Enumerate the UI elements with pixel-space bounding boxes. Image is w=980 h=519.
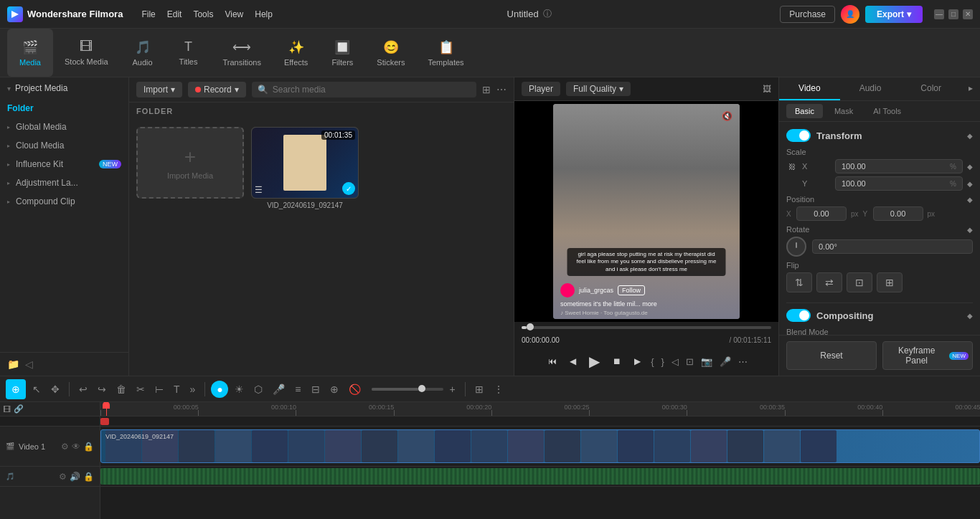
subtab-mask[interactable]: Mask (826, 104, 862, 118)
preview-follow-label[interactable]: Follow (618, 285, 645, 295)
undo-btn[interactable]: ↩ (75, 381, 91, 397)
rotate-dial[interactable] (786, 237, 806, 257)
search-input[interactable] (273, 85, 471, 95)
export-button[interactable]: Export ▾ (865, 6, 923, 23)
flip-h-button[interactable]: ⇅ (786, 272, 812, 292)
add-track-btn[interactable]: + (446, 381, 459, 397)
title-info-icon[interactable]: ⓘ (543, 8, 552, 20)
maximize-button[interactable]: □ (948, 9, 958, 19)
toolbar-item-media[interactable]: 🎬Media (7, 29, 53, 77)
minimize-button[interactable]: — (934, 9, 944, 19)
zoom-thumb[interactable] (418, 385, 425, 392)
compositing-keyframe[interactable]: ◆ (967, 312, 973, 320)
position-keyframe[interactable]: ◆ (967, 196, 973, 204)
toolbar-item-stickers[interactable]: 😊Stickers (365, 29, 416, 77)
video-clip[interactable]: VID_20240619_092147 (100, 429, 980, 463)
next-marker-button[interactable]: ⊡ (686, 356, 694, 367)
out-point-button[interactable]: } (661, 356, 664, 367)
video-track-settings[interactable]: ⚙ (61, 442, 69, 452)
snap-toggle[interactable]: ⊕ (6, 379, 26, 399)
collapse-icon[interactable]: ◁ (25, 358, 33, 370)
audio-track-lock[interactable]: 🔒 (83, 472, 94, 482)
in-point-button[interactable]: { (651, 356, 654, 367)
rotate-keyframe[interactable]: ◆ (967, 226, 973, 234)
timeline-scroll-area[interactable]: 00:00:0000:00:0500:00:1000:00:1500:00:20… (100, 402, 980, 519)
audio-clip[interactable] (100, 468, 980, 485)
frame-back-button[interactable]: ◀ (567, 353, 579, 369)
zoom-slider[interactable] (372, 388, 443, 391)
mic-btn[interactable]: 🎤 (269, 381, 288, 397)
compositing-toggle[interactable] (786, 309, 811, 322)
record-button[interactable]: Record ▾ (188, 82, 246, 97)
voiceover-button[interactable]: 🎤 (720, 356, 731, 367)
preview-progress-bar[interactable] (522, 326, 771, 329)
frame-fwd-button[interactable]: ▶ (631, 353, 644, 369)
toolbar-item-audio[interactable]: 🎵Audio (120, 29, 166, 77)
sun-btn[interactable]: ☀ (231, 381, 248, 397)
import-media-thumb[interactable]: + Import Media (136, 127, 244, 199)
ripple-tool[interactable]: ✥ (47, 381, 63, 397)
play-button[interactable]: ▶ (586, 350, 603, 373)
split-track-btn[interactable]: ⊟ (308, 381, 324, 397)
flip-rotate-cw-button[interactable]: ⊡ (847, 272, 872, 292)
grid-btn[interactable]: ⊞ (471, 381, 487, 397)
group-btn[interactable]: ≡ (291, 381, 304, 397)
flip-v-button[interactable]: ⇄ (816, 272, 842, 292)
video-track-add-icon[interactable]: 🎬 (6, 442, 14, 450)
scale-x-value-box[interactable]: 100.00 % (835, 159, 963, 173)
menu-item-edit[interactable]: Edit (161, 6, 188, 22)
audio-track-mute[interactable]: 🔊 (70, 472, 80, 482)
subtab-aitools[interactable]: AI Tools (864, 104, 910, 118)
toolbar-item-effects[interactable]: ✨Effects (273, 29, 319, 77)
preview-progress-thumb[interactable] (527, 323, 534, 330)
tab-color[interactable]: Color (900, 77, 961, 100)
video-track-mute[interactable]: 👁 (72, 442, 80, 452)
transform-keyframe-icon[interactable]: ◆ (967, 132, 973, 140)
menu-item-view[interactable]: View (219, 6, 249, 22)
toolbar-item-templates[interactable]: 📋Templates (416, 29, 475, 77)
scale-x-keyframe[interactable]: ◆ (967, 163, 973, 171)
prev-marker-button[interactable]: ◁ (672, 356, 679, 367)
text-btn[interactable]: T (170, 381, 184, 397)
panel-item-compound-clip[interactable]: ▸Compound Clip (0, 192, 128, 211)
filter-icon[interactable]: ⊞ (482, 84, 491, 95)
minus-btn[interactable]: 🚫 (345, 381, 364, 397)
player-button[interactable]: Player (522, 82, 560, 96)
more-ctrl-button[interactable]: ⋯ (738, 356, 748, 367)
panel-item-global-media[interactable]: ▸Global Media (0, 118, 128, 136)
toolbar-item-stock[interactable]: 🎞Stock Media (53, 29, 120, 77)
search-bar[interactable]: 🔍 (252, 82, 476, 97)
subtab-basic[interactable]: Basic (786, 104, 823, 118)
video-track-lock[interactable]: 🔒 (83, 442, 94, 452)
tab-audio[interactable]: Audio (840, 77, 901, 100)
keyframe-panel-button[interactable]: Keyframe Panel NEW (882, 341, 973, 370)
menu-item-tools[interactable]: Tools (187, 6, 219, 22)
toolbar-item-filters[interactable]: 🔲Filters (319, 29, 365, 77)
close-button[interactable]: ✕ (963, 9, 973, 19)
play-head-btn[interactable]: ● (211, 381, 228, 398)
panel-item-adjustment-la...[interactable]: ▸Adjustment La... (0, 173, 128, 192)
unmute-icon[interactable]: 🔇 (722, 111, 732, 121)
playhead[interactable] (106, 402, 107, 416)
link-btn[interactable]: 🔗 (14, 404, 24, 414)
add-folder-icon[interactable]: 📁 (7, 358, 19, 370)
stop-button[interactable]: ⏹ (610, 353, 624, 369)
quality-button[interactable]: Full Quality ▾ (566, 82, 631, 96)
folder-item[interactable]: Folder (0, 99, 128, 118)
skip-back-button[interactable]: ⏮ (545, 353, 560, 369)
scale-y-value-box[interactable]: 100.00 % (835, 176, 963, 191)
shield-btn[interactable]: ⬡ (250, 381, 266, 397)
snapshot-button[interactable]: 📷 (701, 356, 712, 367)
panel-item-cloud-media[interactable]: ▸Cloud Media (0, 136, 128, 155)
add-media-btn[interactable]: 🎞 (3, 405, 11, 414)
reset-button[interactable]: Reset (786, 341, 877, 370)
panel-item-influence-kit[interactable]: ▸Influence KitNEW (0, 155, 128, 173)
preview-snap-icon[interactable]: 🖼 (763, 84, 771, 94)
menu-item-help[interactable]: Help (249, 6, 278, 22)
cut-btn[interactable]: ✂ (133, 381, 149, 397)
menu-item-file[interactable]: File (136, 6, 161, 22)
delete-btn[interactable]: 🗑 (113, 381, 130, 397)
video-thumb[interactable]: 00:01:35 ☰ ✓ (251, 127, 359, 199)
tl-more-btn[interactable]: ⋮ (490, 381, 507, 397)
pos-y-value[interactable]: 0.00 (873, 206, 923, 221)
